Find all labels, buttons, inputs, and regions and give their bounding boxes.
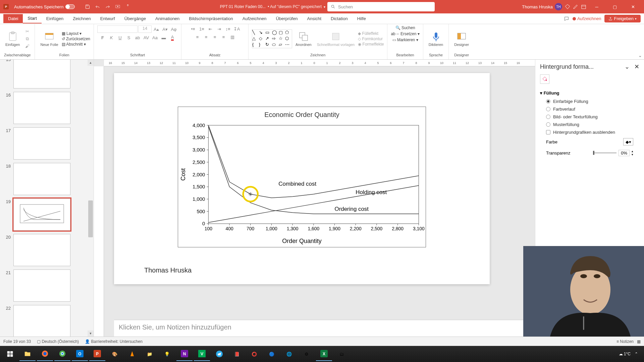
clear-format-icon[interactable]: Aφ — [170, 26, 178, 33]
tab-dictation[interactable]: Dictation — [326, 14, 353, 23]
accessibility-status[interactable]: 👤 Barrierefreiheit: Untersuchen — [85, 339, 143, 344]
excel-icon[interactable]: X — [316, 347, 332, 361]
tab-design[interactable]: Entwurf — [96, 14, 120, 23]
pen-icon[interactable] — [573, 4, 578, 9]
file-explorer-icon[interactable] — [19, 347, 36, 361]
language-status[interactable]: ▢ Deutsch (Österreich) — [37, 339, 79, 344]
weather-tray[interactable]: ☁ 1°C — [619, 352, 631, 356]
settings-icon[interactable]: ⚙ — [299, 347, 315, 361]
section-button[interactable]: ▤ Abschnitt ▾ — [62, 42, 90, 47]
fill-tab-icon[interactable] — [540, 74, 549, 84]
save-icon[interactable] — [83, 2, 92, 11]
bullets-icon[interactable]: •≡ — [189, 25, 197, 32]
strikethrough-icon[interactable]: S — [125, 34, 133, 41]
tab-slideshow[interactable]: Bildschirmpräsentation — [184, 14, 238, 23]
slide-thumbnail-17[interactable]: 17 — [3, 127, 87, 160]
replace-button[interactable]: ab→ Ersetzen ▾ — [391, 32, 419, 36]
shadow-icon[interactable]: ab — [133, 34, 142, 41]
text-direction-icon[interactable]: ↧A — [233, 25, 241, 32]
search-box[interactable]: Suchen — [327, 2, 435, 11]
tab-record[interactable]: Aufzeichnen — [238, 14, 271, 23]
underline-icon[interactable]: U — [116, 34, 124, 41]
minimize-button[interactable]: ─ — [589, 0, 604, 13]
thumbnails-scrollbar[interactable]: ▲ ▼ — [88, 60, 94, 337]
record-button[interactable]: Aufzeichnen — [573, 16, 601, 21]
maximize-button[interactable]: ▢ — [607, 0, 623, 13]
indent-inc-icon[interactable]: ⇥ — [215, 25, 223, 32]
align-left-icon[interactable]: ≡ — [194, 34, 202, 40]
notes-placeholder[interactable]: Klicken Sie, um Notizen hinzuzufügen — [114, 320, 535, 337]
app-icon[interactable]: 🌐 — [281, 347, 297, 361]
tab-transitions[interactable]: Übergänge — [120, 14, 151, 23]
collapse-ribbon-icon[interactable]: ⌄ — [638, 53, 642, 58]
shape-line-icon[interactable]: ╲ — [252, 30, 259, 36]
align-center-icon[interactable]: ≡ — [202, 34, 210, 40]
tab-home[interactable]: Start — [23, 14, 41, 23]
slide-thumbnail-15[interactable]: 15 — [3, 60, 87, 88]
start-from-beginning-icon[interactable] — [113, 2, 122, 11]
tab-insert[interactable]: Einfügen — [42, 14, 68, 23]
comments-icon[interactable] — [564, 16, 569, 21]
tray-chevron-icon[interactable]: ⌃ — [635, 352, 638, 356]
reset-button[interactable]: ↺ Zurücksetzen — [62, 37, 90, 41]
onenote-icon[interactable]: N — [176, 347, 193, 361]
slide-thumbnail-19[interactable]: 19 — [3, 198, 87, 231]
autosave-toggle[interactable]: Automatisches Speichern — [11, 4, 77, 9]
app-icon[interactable]: 💡 — [159, 347, 175, 361]
cut-icon[interactable]: ✂ — [23, 28, 31, 35]
dictate-button[interactable]: Diktieren — [427, 31, 445, 47]
new-slide-button[interactable]: Neue Folie — [38, 31, 60, 47]
author-text[interactable]: Thomas Hruska — [144, 266, 192, 274]
close-button[interactable]: ✕ — [625, 0, 641, 13]
tab-draw[interactable]: Zeichnen — [68, 14, 95, 23]
normal-view-icon[interactable]: ▦ — [637, 339, 641, 344]
quick-styles-button[interactable]: Schnellformat vorlagen — [315, 31, 357, 47]
calendar-icon[interactable] — [581, 4, 586, 9]
diamond-icon[interactable] — [565, 4, 570, 9]
decrease-font-icon[interactable]: A▾ — [161, 26, 169, 33]
fill-pattern-radio[interactable]: Musterfüllung — [540, 121, 639, 128]
app-icon[interactable]: 🔵 — [264, 347, 280, 361]
notes-button[interactable]: ≡ Notizen — [616, 339, 634, 344]
transparency-value[interactable]: 0% — [619, 150, 630, 156]
justify-icon[interactable]: ≡ — [220, 34, 228, 40]
paste-button[interactable]: Einfügen — [3, 31, 22, 47]
numbering-icon[interactable]: 1≡ — [198, 25, 206, 32]
slide-thumbnail-16[interactable]: 16 — [3, 92, 87, 124]
slide-canvas[interactable]: Economic Order Quantity05001,0001,5002,0… — [114, 73, 490, 284]
outlook-icon[interactable]: O — [72, 347, 88, 361]
document-title[interactable]: PPT 01 Roter Faden 00... — [220, 4, 266, 9]
document-saved-status[interactable]: • Auf "diesem PC" gespeichert — [268, 4, 322, 9]
fill-gradient-radio[interactable]: Farbverlauf — [540, 105, 639, 113]
app-icon[interactable]: 🎨 — [107, 347, 123, 361]
shape-fill-button[interactable]: ◆ Fülleffekt — [358, 31, 384, 36]
tab-review[interactable]: Überprüfen — [271, 14, 302, 23]
app-icon[interactable]: ⭕ — [246, 347, 262, 361]
case-icon[interactable]: Aa — [151, 34, 159, 41]
touch-mode-icon[interactable] — [123, 2, 132, 11]
firefox-icon[interactable] — [37, 347, 53, 361]
chart-image[interactable]: Economic Order Quantity05001,0001,5002,0… — [178, 107, 426, 247]
telegram-icon[interactable] — [211, 347, 227, 361]
tab-animations[interactable]: Animationen — [151, 14, 184, 23]
undo-icon[interactable] — [93, 2, 102, 11]
fill-picture-radio[interactable]: Bild- oder Texturfüllung — [540, 113, 639, 121]
shape-outline-button[interactable]: ◇ Formkontur — [358, 37, 384, 41]
powerpoint-taskbar-icon[interactable]: P — [89, 347, 105, 361]
slide-thumbnail-21[interactable]: 21 — [3, 269, 87, 302]
pane-dropdown-icon[interactable]: ⌄ — [625, 63, 630, 70]
slide-thumbnail-20[interactable]: 20 — [3, 234, 87, 266]
columns-icon[interactable]: ▥ — [228, 34, 236, 40]
font-color-icon[interactable]: A — [168, 34, 176, 41]
layout-button[interactable]: ▦ Layout ▾ — [62, 31, 90, 36]
section-fill[interactable]: ▾ Füllung — [540, 88, 639, 98]
tab-help[interactable]: Hilfe — [353, 14, 371, 23]
shape-effects-button[interactable]: ◉ Formeffekte — [358, 42, 384, 47]
tab-view[interactable]: Ansicht — [302, 14, 326, 23]
tab-file[interactable]: Datei — [3, 14, 23, 23]
hide-background-check[interactable]: Hintergrundgrafiken ausblenden — [540, 128, 639, 136]
app-icon[interactable]: 🗂 — [333, 347, 350, 361]
line-spacing-icon[interactable]: ↕≡ — [224, 25, 232, 32]
highlight-icon[interactable]: ▬ — [160, 34, 168, 41]
format-painter-icon[interactable]: 🖌 — [23, 43, 31, 50]
